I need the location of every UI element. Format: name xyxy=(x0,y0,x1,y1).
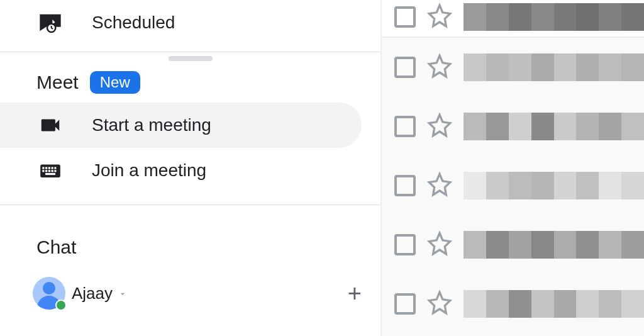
scheduled-icon xyxy=(36,9,64,36)
new-badge: New xyxy=(90,71,140,94)
email-row[interactable] xyxy=(382,0,644,38)
redacted-sender xyxy=(464,53,644,81)
redacted-sender xyxy=(464,290,644,318)
sidebar-item-label: Join a meeting xyxy=(92,160,206,181)
chat-user-name: Ajaay xyxy=(72,284,113,303)
svg-rect-11 xyxy=(54,170,56,172)
redacted-sender xyxy=(464,231,644,259)
redacted-sender xyxy=(464,172,644,199)
svg-rect-5 xyxy=(52,167,53,169)
svg-rect-4 xyxy=(48,167,50,169)
star-icon[interactable] xyxy=(427,53,452,81)
chevron-down-icon[interactable] xyxy=(118,284,128,303)
redacted-sender xyxy=(464,3,644,31)
svg-rect-8 xyxy=(45,170,47,172)
svg-rect-10 xyxy=(52,170,53,172)
star-icon[interactable] xyxy=(427,231,452,259)
star-icon[interactable] xyxy=(427,3,452,31)
checkbox[interactable] xyxy=(394,116,416,137)
sidebar-item-label: Scheduled xyxy=(92,13,175,33)
sidebar-item-start-meeting[interactable]: Start a meeting xyxy=(0,103,362,148)
email-row[interactable] xyxy=(382,215,644,274)
divider xyxy=(0,52,380,52)
sidebar-item-scheduled[interactable]: Scheduled xyxy=(0,0,380,45)
checkbox[interactable] xyxy=(394,293,416,315)
email-row[interactable] xyxy=(382,274,644,333)
svg-rect-6 xyxy=(54,167,56,169)
email-row[interactable] xyxy=(382,97,644,156)
checkbox[interactable] xyxy=(394,175,416,196)
checkbox[interactable] xyxy=(394,234,416,255)
keyboard-icon xyxy=(36,157,64,184)
drag-handle[interactable] xyxy=(169,56,213,61)
svg-rect-12 xyxy=(45,173,55,175)
sidebar-item-join-meeting[interactable]: Join a meeting xyxy=(0,148,380,193)
svg-rect-9 xyxy=(48,170,50,172)
svg-rect-3 xyxy=(45,167,47,169)
star-icon[interactable] xyxy=(427,290,452,318)
checkbox[interactable] xyxy=(394,57,416,78)
sidebar-item-label: Start a meeting xyxy=(92,115,211,135)
email-row[interactable] xyxy=(382,156,644,215)
redacted-sender xyxy=(464,113,644,140)
star-icon[interactable] xyxy=(427,113,452,140)
star-icon[interactable] xyxy=(427,172,452,199)
email-list xyxy=(380,0,644,336)
checkbox[interactable] xyxy=(394,6,416,28)
svg-rect-7 xyxy=(42,170,44,172)
avatar xyxy=(33,277,65,310)
add-chat-button[interactable]: + xyxy=(348,280,362,307)
email-row[interactable] xyxy=(382,38,644,97)
divider xyxy=(0,204,380,205)
svg-rect-2 xyxy=(42,167,44,169)
meet-header: Meet New xyxy=(0,67,380,103)
video-camera-icon xyxy=(36,111,64,139)
chat-user-row[interactable]: Ajaay + xyxy=(0,267,380,310)
presence-indicator xyxy=(55,300,67,311)
chat-header: Chat xyxy=(0,233,380,267)
